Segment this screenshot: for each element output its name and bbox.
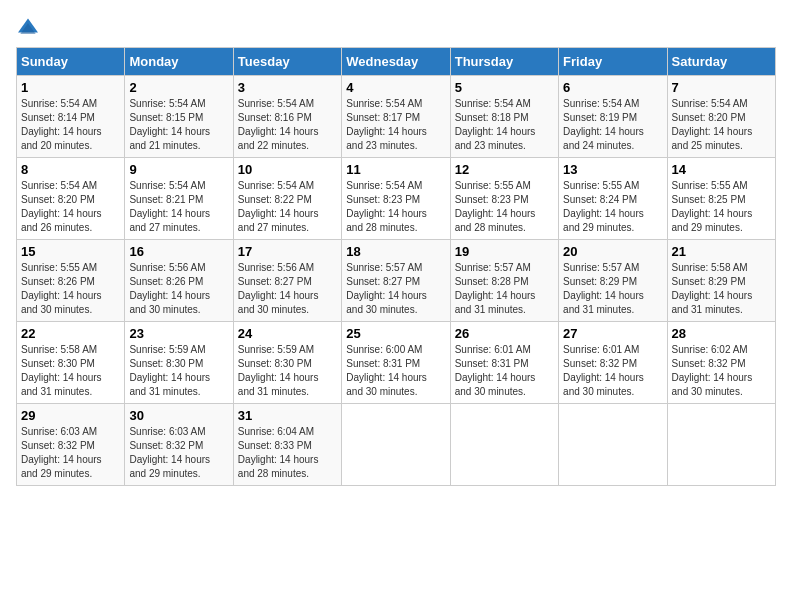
day-cell: 2 Sunrise: 5:54 AMSunset: 8:15 PMDayligh… <box>125 76 233 158</box>
day-cell: 24 Sunrise: 5:59 AMSunset: 8:30 PMDaylig… <box>233 322 341 404</box>
day-cell: 13 Sunrise: 5:55 AMSunset: 8:24 PMDaylig… <box>559 158 667 240</box>
day-detail: Sunrise: 5:54 AMSunset: 8:15 PMDaylight:… <box>129 97 228 153</box>
day-cell: 9 Sunrise: 5:54 AMSunset: 8:21 PMDayligh… <box>125 158 233 240</box>
day-header-monday: Monday <box>125 48 233 76</box>
day-detail: Sunrise: 5:54 AMSunset: 8:20 PMDaylight:… <box>21 179 120 235</box>
day-number: 5 <box>455 80 554 95</box>
logo-icon <box>16 17 40 37</box>
day-number: 16 <box>129 244 228 259</box>
week-row-1: 1 Sunrise: 5:54 AMSunset: 8:14 PMDayligh… <box>17 76 776 158</box>
day-detail: Sunrise: 5:54 AMSunset: 8:19 PMDaylight:… <box>563 97 662 153</box>
day-number: 25 <box>346 326 445 341</box>
day-number: 18 <box>346 244 445 259</box>
day-number: 8 <box>21 162 120 177</box>
day-detail: Sunrise: 6:03 AMSunset: 8:32 PMDaylight:… <box>21 425 120 481</box>
day-number: 26 <box>455 326 554 341</box>
day-cell: 7 Sunrise: 5:54 AMSunset: 8:20 PMDayligh… <box>667 76 775 158</box>
day-cell: 8 Sunrise: 5:54 AMSunset: 8:20 PMDayligh… <box>17 158 125 240</box>
day-number: 22 <box>21 326 120 341</box>
day-cell: 10 Sunrise: 5:54 AMSunset: 8:22 PMDaylig… <box>233 158 341 240</box>
day-detail: Sunrise: 6:03 AMSunset: 8:32 PMDaylight:… <box>129 425 228 481</box>
day-detail: Sunrise: 5:55 AMSunset: 8:25 PMDaylight:… <box>672 179 771 235</box>
day-detail: Sunrise: 5:56 AMSunset: 8:26 PMDaylight:… <box>129 261 228 317</box>
day-cell: 31 Sunrise: 6:04 AMSunset: 8:33 PMDaylig… <box>233 404 341 486</box>
day-number: 4 <box>346 80 445 95</box>
day-number: 12 <box>455 162 554 177</box>
day-header-tuesday: Tuesday <box>233 48 341 76</box>
day-cell: 21 Sunrise: 5:58 AMSunset: 8:29 PMDaylig… <box>667 240 775 322</box>
day-detail: Sunrise: 6:04 AMSunset: 8:33 PMDaylight:… <box>238 425 337 481</box>
day-number: 3 <box>238 80 337 95</box>
week-row-2: 8 Sunrise: 5:54 AMSunset: 8:20 PMDayligh… <box>17 158 776 240</box>
day-cell: 17 Sunrise: 5:56 AMSunset: 8:27 PMDaylig… <box>233 240 341 322</box>
day-cell: 28 Sunrise: 6:02 AMSunset: 8:32 PMDaylig… <box>667 322 775 404</box>
day-cell: 30 Sunrise: 6:03 AMSunset: 8:32 PMDaylig… <box>125 404 233 486</box>
day-number: 6 <box>563 80 662 95</box>
day-number: 9 <box>129 162 228 177</box>
day-number: 30 <box>129 408 228 423</box>
day-detail: Sunrise: 5:56 AMSunset: 8:27 PMDaylight:… <box>238 261 337 317</box>
day-detail: Sunrise: 5:54 AMSunset: 8:16 PMDaylight:… <box>238 97 337 153</box>
day-cell <box>667 404 775 486</box>
day-cell: 23 Sunrise: 5:59 AMSunset: 8:30 PMDaylig… <box>125 322 233 404</box>
day-detail: Sunrise: 5:58 AMSunset: 8:30 PMDaylight:… <box>21 343 120 399</box>
day-number: 31 <box>238 408 337 423</box>
day-header-friday: Friday <box>559 48 667 76</box>
day-number: 15 <box>21 244 120 259</box>
day-number: 17 <box>238 244 337 259</box>
day-cell: 14 Sunrise: 5:55 AMSunset: 8:25 PMDaylig… <box>667 158 775 240</box>
day-number: 23 <box>129 326 228 341</box>
day-number: 10 <box>238 162 337 177</box>
day-cell: 15 Sunrise: 5:55 AMSunset: 8:26 PMDaylig… <box>17 240 125 322</box>
day-detail: Sunrise: 5:57 AMSunset: 8:27 PMDaylight:… <box>346 261 445 317</box>
day-number: 11 <box>346 162 445 177</box>
day-cell: 5 Sunrise: 5:54 AMSunset: 8:18 PMDayligh… <box>450 76 558 158</box>
day-number: 21 <box>672 244 771 259</box>
day-number: 1 <box>21 80 120 95</box>
day-number: 28 <box>672 326 771 341</box>
day-detail: Sunrise: 5:55 AMSunset: 8:24 PMDaylight:… <box>563 179 662 235</box>
day-number: 2 <box>129 80 228 95</box>
day-cell: 11 Sunrise: 5:54 AMSunset: 8:23 PMDaylig… <box>342 158 450 240</box>
day-number: 14 <box>672 162 771 177</box>
day-detail: Sunrise: 5:59 AMSunset: 8:30 PMDaylight:… <box>129 343 228 399</box>
day-header-saturday: Saturday <box>667 48 775 76</box>
day-detail: Sunrise: 5:57 AMSunset: 8:28 PMDaylight:… <box>455 261 554 317</box>
day-detail: Sunrise: 6:02 AMSunset: 8:32 PMDaylight:… <box>672 343 771 399</box>
day-header-sunday: Sunday <box>17 48 125 76</box>
day-detail: Sunrise: 6:01 AMSunset: 8:31 PMDaylight:… <box>455 343 554 399</box>
week-row-3: 15 Sunrise: 5:55 AMSunset: 8:26 PMDaylig… <box>17 240 776 322</box>
day-cell: 29 Sunrise: 6:03 AMSunset: 8:32 PMDaylig… <box>17 404 125 486</box>
day-detail: Sunrise: 5:54 AMSunset: 8:18 PMDaylight:… <box>455 97 554 153</box>
day-cell: 25 Sunrise: 6:00 AMSunset: 8:31 PMDaylig… <box>342 322 450 404</box>
day-cell: 26 Sunrise: 6:01 AMSunset: 8:31 PMDaylig… <box>450 322 558 404</box>
day-detail: Sunrise: 5:54 AMSunset: 8:14 PMDaylight:… <box>21 97 120 153</box>
day-number: 7 <box>672 80 771 95</box>
day-header-thursday: Thursday <box>450 48 558 76</box>
day-detail: Sunrise: 5:55 AMSunset: 8:26 PMDaylight:… <box>21 261 120 317</box>
day-cell: 20 Sunrise: 5:57 AMSunset: 8:29 PMDaylig… <box>559 240 667 322</box>
day-cell: 19 Sunrise: 5:57 AMSunset: 8:28 PMDaylig… <box>450 240 558 322</box>
day-number: 24 <box>238 326 337 341</box>
day-detail: Sunrise: 5:54 AMSunset: 8:17 PMDaylight:… <box>346 97 445 153</box>
day-cell: 12 Sunrise: 5:55 AMSunset: 8:23 PMDaylig… <box>450 158 558 240</box>
day-cell: 16 Sunrise: 5:56 AMSunset: 8:26 PMDaylig… <box>125 240 233 322</box>
day-cell: 22 Sunrise: 5:58 AMSunset: 8:30 PMDaylig… <box>17 322 125 404</box>
day-detail: Sunrise: 5:54 AMSunset: 8:20 PMDaylight:… <box>672 97 771 153</box>
day-number: 27 <box>563 326 662 341</box>
day-detail: Sunrise: 5:55 AMSunset: 8:23 PMDaylight:… <box>455 179 554 235</box>
day-detail: Sunrise: 5:54 AMSunset: 8:23 PMDaylight:… <box>346 179 445 235</box>
day-detail: Sunrise: 5:54 AMSunset: 8:21 PMDaylight:… <box>129 179 228 235</box>
day-number: 19 <box>455 244 554 259</box>
calendar-table: SundayMondayTuesdayWednesdayThursdayFrid… <box>16 47 776 486</box>
day-cell: 3 Sunrise: 5:54 AMSunset: 8:16 PMDayligh… <box>233 76 341 158</box>
week-row-5: 29 Sunrise: 6:03 AMSunset: 8:32 PMDaylig… <box>17 404 776 486</box>
week-row-4: 22 Sunrise: 5:58 AMSunset: 8:30 PMDaylig… <box>17 322 776 404</box>
day-number: 29 <box>21 408 120 423</box>
day-detail: Sunrise: 5:58 AMSunset: 8:29 PMDaylight:… <box>672 261 771 317</box>
header <box>16 16 776 37</box>
day-cell: 27 Sunrise: 6:01 AMSunset: 8:32 PMDaylig… <box>559 322 667 404</box>
day-detail: Sunrise: 5:57 AMSunset: 8:29 PMDaylight:… <box>563 261 662 317</box>
day-cell <box>559 404 667 486</box>
day-detail: Sunrise: 6:01 AMSunset: 8:32 PMDaylight:… <box>563 343 662 399</box>
